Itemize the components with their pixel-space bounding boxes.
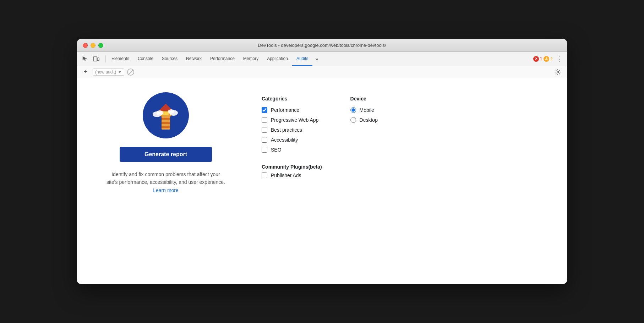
categories-title: Categories xyxy=(262,96,322,102)
error-icon: ✕ xyxy=(533,56,539,62)
radio-mobile[interactable]: Mobile xyxy=(350,107,378,113)
main-content: Generate report Identify and fix common … xyxy=(77,78,567,284)
minimize-button[interactable] xyxy=(91,43,95,48)
checkbox-pwa[interactable]: Progressive Web App xyxy=(262,117,322,123)
checkbox-best-practices[interactable]: Best practices xyxy=(262,127,322,133)
tab-network[interactable]: Network xyxy=(182,52,206,66)
lighthouse-logo xyxy=(143,92,189,138)
block-icon[interactable] xyxy=(127,69,134,76)
error-badge: ✕ 1 xyxy=(533,56,542,62)
learn-more-link[interactable]: Learn more xyxy=(153,187,179,193)
lighthouse-svg xyxy=(148,96,184,135)
svg-point-13 xyxy=(168,109,174,114)
tab-memory[interactable]: Memory xyxy=(239,52,263,66)
checkbox-pwa-input[interactable] xyxy=(262,117,267,123)
tab-audits[interactable]: Audits xyxy=(292,52,312,66)
kebab-menu-button[interactable]: ⋮ xyxy=(554,54,564,64)
radio-desktop-input[interactable] xyxy=(350,117,356,123)
audit-selector-dropdown[interactable]: (new audit) ▼ xyxy=(93,69,124,76)
svg-point-11 xyxy=(156,110,163,115)
right-panel: Categories Performance Progressive Web A… xyxy=(262,92,546,178)
close-button[interactable] xyxy=(83,43,88,48)
svg-rect-6 xyxy=(162,126,170,128)
left-panel: Generate report Identify and fix common … xyxy=(98,92,233,194)
tab-application[interactable]: Application xyxy=(263,52,292,66)
categories-section: Categories Performance Progressive Web A… xyxy=(262,96,322,178)
tab-sources[interactable]: Sources xyxy=(158,52,182,66)
titlebar: DevTools - developers.google.com/web/too… xyxy=(77,39,567,52)
traffic-lights xyxy=(83,43,103,48)
checkbox-best-practices-input[interactable] xyxy=(262,127,267,133)
warning-badge: ⚠ 2 xyxy=(544,56,553,62)
toolbar-divider xyxy=(105,55,106,62)
community-section: Community Plugins(beta) Publisher Ads xyxy=(262,164,322,178)
svg-rect-5 xyxy=(162,122,170,124)
settings-button[interactable] xyxy=(553,67,563,77)
tab-console[interactable]: Console xyxy=(133,52,158,66)
toolbar-right: ✕ 1 ⚠ 2 ⋮ xyxy=(533,54,564,64)
toolbar-icons xyxy=(80,54,101,64)
checkbox-publisher-ads[interactable]: Publisher Ads xyxy=(262,173,322,178)
tab-elements[interactable]: Elements xyxy=(107,52,133,66)
checkbox-seo[interactable]: SEO xyxy=(262,147,322,153)
community-title: Community Plugins(beta) xyxy=(262,164,322,170)
secondary-toolbar: + (new audit) ▼ xyxy=(77,66,567,78)
checkbox-seo-input[interactable] xyxy=(262,147,267,153)
radio-desktop[interactable]: Desktop xyxy=(350,117,378,123)
checkbox-performance-input[interactable] xyxy=(262,107,267,113)
more-tabs-button[interactable]: » xyxy=(312,52,321,66)
checkbox-accessibility[interactable]: Accessibility xyxy=(262,137,322,143)
devtools-toolbar: Elements Console Sources Network Perform… xyxy=(77,52,567,66)
tabs-container: Elements Console Sources Network Perform… xyxy=(107,52,533,66)
svg-rect-8 xyxy=(163,112,169,115)
inspect-icon[interactable] xyxy=(80,54,90,64)
svg-rect-0 xyxy=(93,57,97,61)
warning-icon: ⚠ xyxy=(544,56,549,62)
window-title: DevTools - developers.google.com/web/too… xyxy=(258,43,386,48)
device-title: Device xyxy=(350,96,378,102)
device-section: Device Mobile Desktop xyxy=(350,96,378,178)
maximize-button[interactable] xyxy=(98,43,103,48)
radio-mobile-input[interactable] xyxy=(350,107,356,113)
checkbox-publisher-ads-input[interactable] xyxy=(262,173,267,178)
description-text: Identify and fix common problems that af… xyxy=(105,170,226,194)
add-audit-button[interactable]: + xyxy=(81,68,90,76)
device-toggle-icon[interactable] xyxy=(91,54,101,64)
svg-rect-1 xyxy=(97,58,99,61)
devtools-window: DevTools - developers.google.com/web/too… xyxy=(77,39,567,284)
checkbox-accessibility-input[interactable] xyxy=(262,137,267,143)
checkbox-performance[interactable]: Performance xyxy=(262,107,322,113)
tab-performance[interactable]: Performance xyxy=(206,52,239,66)
svg-point-2 xyxy=(557,71,559,73)
svg-rect-4 xyxy=(162,118,170,120)
generate-report-button[interactable]: Generate report xyxy=(120,147,212,162)
